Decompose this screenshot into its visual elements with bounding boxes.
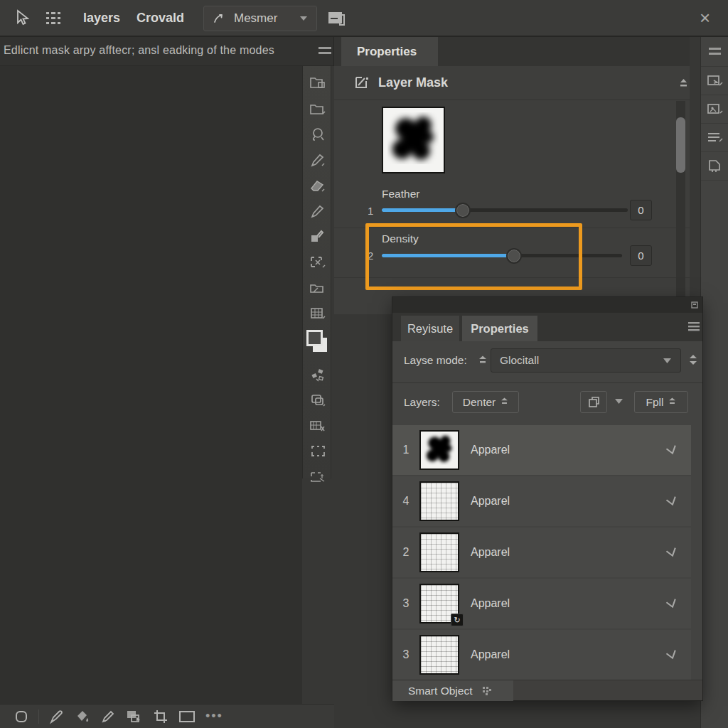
menu-item-layers[interactable]: layers	[83, 11, 120, 26]
left-tool-strip	[302, 66, 331, 478]
color-swatches[interactable]	[303, 328, 332, 359]
tag-label-icon[interactable]	[701, 152, 728, 181]
layer-row-1[interactable]: 1 Apparel	[392, 425, 691, 475]
properties-tab-row: Properties	[334, 37, 690, 66]
layer-chevron-icon[interactable]	[664, 546, 678, 559]
folder-icon[interactable]	[303, 96, 332, 122]
layer-chevron-icon[interactable]	[664, 597, 678, 610]
menu-item-crovald[interactable]: Crovald	[136, 11, 184, 26]
tab-reyisute[interactable]: Reyisute	[401, 316, 459, 341]
layers-label: Layers:	[404, 396, 440, 409]
document-title-bar: Edlicnt mask arpy afftecr; ansl eadking …	[0, 37, 334, 66]
panel-dock-icon[interactable]	[691, 301, 698, 309]
sort-arrows-icon[interactable]	[689, 354, 697, 365]
lasso-icon[interactable]	[303, 122, 332, 147]
feather-label: Feather	[382, 188, 419, 200]
feather-value[interactable]: 0	[630, 200, 652, 220]
panel-view-icon[interactable]	[328, 11, 345, 26]
foreground-color-swatch[interactable]	[306, 330, 323, 346]
layer-thumb[interactable]: ↻	[419, 584, 459, 623]
close-icon[interactable]: ×	[700, 7, 710, 29]
properties-scrollbar-thumb[interactable]	[676, 117, 685, 173]
cursor-tool-icon[interactable]	[13, 9, 31, 27]
bottom-toolbar: •••	[0, 704, 334, 728]
right-strip-menu-icon[interactable]	[701, 37, 728, 67]
sort-order-button[interactable]: Denter	[452, 391, 519, 413]
application-window: layers Crovald Mesmer × Edlicnt mask arp…	[0, 0, 728, 728]
panel-menu-icon[interactable]	[688, 322, 700, 331]
artboard-grid-icon[interactable]	[303, 413, 332, 439]
layer-name: Apparel	[471, 597, 664, 610]
sort-order-label: Denter	[463, 396, 496, 409]
layer-chevron-icon[interactable]	[664, 495, 678, 508]
chevron-down-icon[interactable]	[614, 398, 623, 405]
tab-properties-floating[interactable]: Properties	[462, 316, 537, 341]
scatter-shapes-icon[interactable]	[303, 362, 332, 387]
layer-number: 1	[392, 444, 419, 456]
top-toolbar: layers Crovald Mesmer ×	[0, 0, 728, 37]
copy-layers-icon[interactable]	[126, 710, 143, 724]
feather-slider-knob[interactable]	[455, 203, 471, 218]
fill-button-label: Fpll	[646, 396, 664, 409]
rounded-shape-icon[interactable]	[14, 710, 28, 724]
layer-chevron-icon[interactable]	[664, 444, 678, 456]
marquee-selection-icon[interactable]	[303, 439, 332, 464]
crop-icon[interactable]	[153, 709, 168, 724]
tool-mode-dropdown[interactable]: Mesmer	[203, 6, 317, 31]
floating-panel-tab-row: Reyisute Properties	[392, 313, 702, 341]
collapse-section-icon[interactable]	[679, 78, 688, 88]
doc-menu-icon[interactable]	[318, 46, 331, 56]
layer-row-5[interactable]: 3 Apparel	[392, 630, 691, 680]
panel-section-title: Layer Mask	[378, 75, 448, 90]
layer-thumb[interactable]	[419, 481, 459, 521]
rectangle-tool-icon[interactable]	[178, 710, 196, 723]
layer-mask-thumb[interactable]	[419, 430, 459, 470]
duplicate-layer-button[interactable]	[580, 391, 607, 413]
canvas-area[interactable]	[0, 66, 302, 704]
layer-row-3[interactable]: 2 Apparel	[392, 528, 691, 577]
chevron-down-icon	[663, 358, 672, 364]
smart-object-settings-icon[interactable]	[482, 686, 492, 696]
pencil-icon[interactable]	[100, 709, 116, 724]
eyedropper-icon[interactable]	[49, 709, 65, 724]
chevron-down-icon	[299, 16, 308, 21]
layer-row-4[interactable]: 3 ↻ Apparel	[392, 579, 691, 628]
layer-number: 3	[392, 648, 419, 661]
layer-mask-thumbnail[interactable]	[382, 107, 445, 173]
pencil-tool-icon[interactable]	[303, 198, 332, 224]
blend-mode-dropdown[interactable]: Glocitall	[491, 348, 681, 373]
layer-number: 4	[392, 495, 419, 508]
tab-properties[interactable]: Properties	[341, 37, 438, 66]
list-lines-icon[interactable]	[701, 124, 728, 152]
layer-chevron-icon[interactable]	[664, 648, 678, 661]
layer-name: Apparel	[471, 444, 664, 456]
folder-flip-icon[interactable]	[303, 275, 332, 301]
right-icon-strip	[700, 37, 728, 728]
pen-icon[interactable]	[303, 147, 332, 173]
folder-new-icon[interactable]	[303, 70, 332, 96]
content-frame-icon[interactable]	[303, 250, 332, 275]
eraser-icon[interactable]	[303, 173, 332, 198]
brush-swatch-icon[interactable]	[303, 224, 332, 250]
tool-mode-value: Mesmer	[234, 11, 291, 26]
sort-arrows-icon[interactable]	[478, 355, 487, 366]
paint-bucket-icon[interactable]	[75, 710, 90, 724]
layer-thumb[interactable]	[419, 635, 459, 675]
feather-slider-fill	[382, 208, 463, 212]
divider	[38, 710, 39, 724]
floating-panel-titlebar[interactable]	[392, 297, 702, 313]
grid-frame-icon[interactable]	[303, 301, 332, 326]
layer-thumb[interactable]	[419, 532, 459, 572]
layer-name: Apparel	[471, 648, 664, 661]
more-options-icon[interactable]: •••	[205, 709, 223, 724]
feather-slider[interactable]	[382, 208, 628, 212]
layer-row-2[interactable]: 4 Apparel	[392, 476, 691, 526]
transform-grid-icon[interactable]	[303, 464, 332, 490]
density-value[interactable]: 0	[630, 245, 652, 266]
export-image-icon[interactable]	[701, 67, 728, 95]
image-panel-icon[interactable]	[701, 95, 728, 124]
group-icon[interactable]	[303, 387, 332, 413]
fill-button[interactable]: Fpll	[634, 391, 688, 413]
grid-dots-icon[interactable]	[46, 11, 61, 26]
smart-object-status: Smart Object	[392, 680, 513, 701]
